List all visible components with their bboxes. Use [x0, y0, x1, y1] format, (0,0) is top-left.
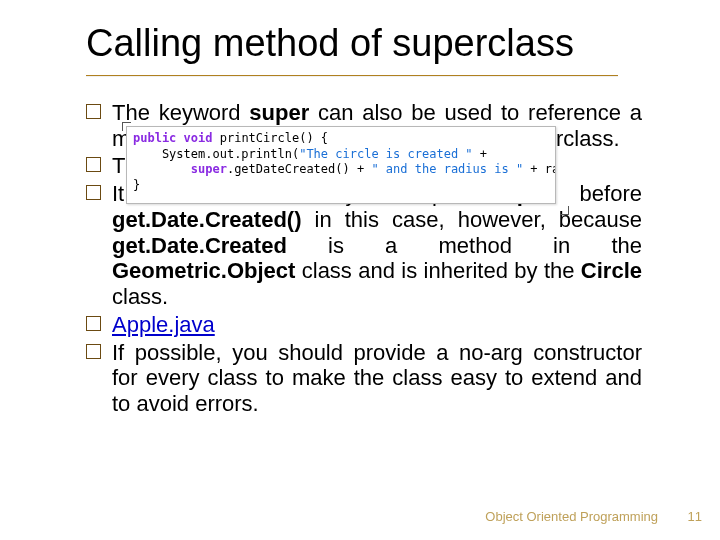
snip-corner-icon	[560, 206, 569, 215]
bullet-5: If possible, you should provide a no-arg…	[86, 340, 642, 417]
text-run: class and is inherited by the	[295, 258, 580, 283]
text-run: class.	[112, 284, 168, 309]
code-text: }	[133, 178, 140, 192]
text-run-bold: super	[249, 100, 309, 125]
bullet-4: Apple.java	[86, 312, 642, 338]
text-run: is a method in the	[287, 233, 642, 258]
page-number: 11	[688, 509, 702, 524]
code-text: .getDateCreated() +	[227, 162, 372, 176]
text-run: The keyword	[112, 100, 249, 125]
code-text: +	[473, 147, 487, 161]
bullet-box-icon	[86, 344, 101, 359]
title-underline	[86, 75, 618, 76]
code-string: " and the radius is "	[371, 162, 523, 176]
bullet-box-icon	[86, 316, 101, 331]
code-text: System.out.println(	[133, 147, 299, 161]
text-run-bold: get.Date.Created()	[112, 207, 301, 232]
bullet-box-icon	[86, 157, 101, 172]
code-keyword: super	[191, 162, 227, 176]
slide-title: Calling method of superclass	[86, 22, 574, 65]
bullet-box-icon	[86, 104, 101, 119]
code-screenshot: public void printCircle() { System.out.p…	[126, 126, 556, 204]
text-run: in this case, however, because	[301, 207, 642, 232]
code-text: printCircle() {	[213, 131, 329, 145]
text-run: before	[551, 181, 642, 206]
apple-java-link[interactable]: Apple.java	[112, 312, 215, 337]
footer-text: Object Oriented Programming	[485, 509, 658, 524]
bullet-box-icon	[86, 185, 101, 200]
code-string: "The circle is created "	[299, 147, 472, 161]
text-run-bold: get.Date.Created	[112, 233, 287, 258]
text-run-bold: Geometric.Object	[112, 258, 295, 283]
code-text	[133, 162, 191, 176]
code-text: + radius);	[523, 162, 556, 176]
code-keyword: void	[184, 131, 213, 145]
code-keyword: public	[133, 131, 176, 145]
text-run-bold: Circle	[581, 258, 642, 283]
text-run: If possible, you should provide a no-arg…	[112, 340, 642, 416]
